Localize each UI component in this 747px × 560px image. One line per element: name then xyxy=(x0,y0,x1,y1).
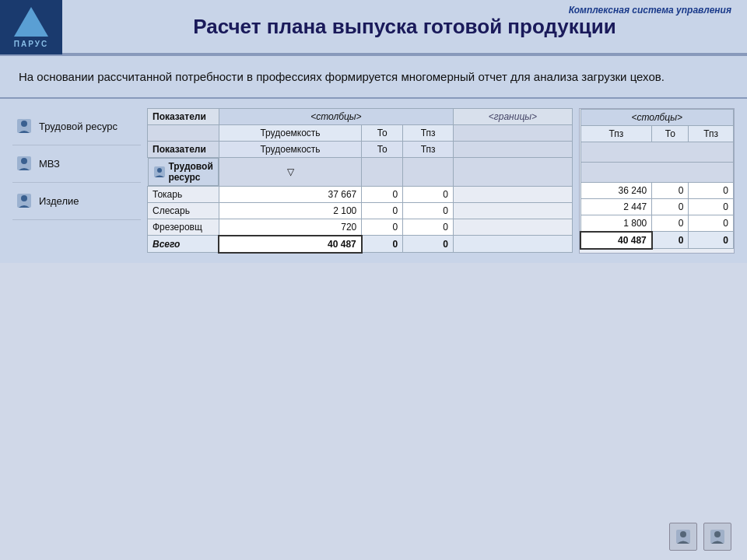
right-row-2: 1 800 0 0 xyxy=(580,215,734,232)
empty-right-sub xyxy=(453,141,572,157)
resource-icon-1 xyxy=(16,117,33,135)
pokazateli-header: Показатели xyxy=(148,108,219,124)
row-val-tokar-tr: 37 667 xyxy=(219,186,361,202)
right-val-1-tpz: 2 447 xyxy=(580,198,652,215)
resource-empty xyxy=(453,157,572,186)
right-val-2-to: 0 xyxy=(652,215,689,232)
left-item-label-1: Трудовой ресурс xyxy=(39,121,117,132)
resource-icon-cell xyxy=(153,166,166,178)
left-item-label-2: МВЗ xyxy=(39,158,60,170)
row-empty-frezer xyxy=(453,219,572,236)
pivot-resource-row: Трудовой ресурс ▽ xyxy=(148,157,573,186)
svg-point-3 xyxy=(21,158,27,164)
description-area: На основании рассчитанной потребности в … xyxy=(0,56,747,99)
description-text: На основании рассчитанной потребности в … xyxy=(19,68,728,86)
footer-area xyxy=(669,523,731,551)
svg-point-1 xyxy=(21,121,27,127)
col-tpz: Тпз xyxy=(403,124,454,141)
right-val-1-tpz2: 0 xyxy=(689,198,734,215)
logo-area: ПАРУС xyxy=(0,0,62,54)
right-total-to: 0 xyxy=(652,232,689,249)
right-val-2-tpz: 1 800 xyxy=(580,215,652,232)
total-val-tr: 40 487 xyxy=(219,236,361,253)
sub-pokazateli: Показатели xyxy=(148,141,219,157)
right-stolbtsy-header: <столбцы> xyxy=(580,109,734,125)
svg-point-11 xyxy=(714,531,721,537)
row-label-slesar: Слесарь xyxy=(148,202,219,219)
table-row-slesar: Слесарь 2 100 0 0 xyxy=(148,202,573,219)
right-col-tpz2-label: Тпз xyxy=(689,125,734,142)
row-empty-tokar xyxy=(453,186,572,202)
row-label-tokar: Токарь xyxy=(148,186,219,202)
resource-icon-3 xyxy=(16,192,33,209)
resource-cell: Трудовой ресурс xyxy=(148,158,219,186)
row-label-frezer: Фрезеровщ xyxy=(148,219,219,236)
pivot-sub-header-row: Показатели Трудоемкость То Тпз xyxy=(148,141,573,157)
sub-to: То xyxy=(362,141,403,157)
total-val-to: 0 xyxy=(362,236,403,253)
pivot-table: Показатели <столбцы> <границы> Трудоемко… xyxy=(147,108,573,254)
right-val-1-to: 0 xyxy=(652,198,689,215)
row-val-frezer-tr: 720 xyxy=(219,219,361,236)
row-val-slesar-to: 0 xyxy=(362,202,403,219)
table-row-total: Всего 40 487 0 0 xyxy=(148,236,573,253)
person-icon-1 xyxy=(675,528,692,545)
row-val-frezer-to: 0 xyxy=(362,219,403,236)
left-item-label-3: Изделие xyxy=(39,195,79,207)
stolbtsy-header: <столбцы> xyxy=(219,108,453,124)
right-top-header: <столбцы> xyxy=(580,109,734,125)
row-val-tokar-tpz: 0 xyxy=(403,186,454,202)
header: ПАРУС Комплексная система управления Рас… xyxy=(0,0,747,54)
left-panel: Трудовой ресурс МВЗ Изделие xyxy=(12,108,141,254)
total-label: Всего xyxy=(148,236,219,253)
sub-tpz: Тпз xyxy=(403,141,454,157)
row-val-frezer-tpz: 0 xyxy=(403,219,454,236)
right-total-tpz: 40 487 xyxy=(580,232,652,249)
row-val-slesar-tpz: 0 xyxy=(403,202,454,219)
right-val-0-tpz2: 0 xyxy=(689,182,734,198)
row-empty-slesar xyxy=(453,202,572,219)
svg-point-7 xyxy=(157,168,162,173)
left-item-trudovoy[interactable]: Трудовой ресурс xyxy=(12,108,141,145)
right-col-tpz-label: Тпз xyxy=(580,125,652,142)
footer-btn-1[interactable] xyxy=(669,523,697,551)
pivot-area: Показатели <столбцы> <границы> Трудоемко… xyxy=(147,108,573,254)
col-trudoemkost: Трудоемкость xyxy=(219,124,361,141)
footer-btn-2[interactable] xyxy=(703,523,731,551)
svg-point-5 xyxy=(21,195,27,201)
pivot-col-labels-row: Трудоемкость То Тпз xyxy=(148,124,573,141)
right-panel: <столбцы> Тпз То Тпз 36 240 0 0 2 447 xyxy=(579,108,735,254)
right-total-row: 40 487 0 0 xyxy=(580,232,734,249)
total-empty xyxy=(453,236,572,253)
left-item-mvz[interactable]: МВЗ xyxy=(12,145,141,183)
empty-cell-r xyxy=(453,124,572,141)
header-title: Расчет плана выпуска готовой продукции xyxy=(193,15,615,39)
col-to: То xyxy=(362,124,403,141)
empty-cell-1 xyxy=(148,124,219,141)
table-row-tokar: Токарь 37 667 0 0 xyxy=(148,186,573,202)
pivot-top-header-row: Показатели <столбцы> <границы> xyxy=(148,108,573,124)
right-spacer-2 xyxy=(580,162,734,182)
sub-trudoemkost: Трудоемкость xyxy=(219,141,361,157)
person-icon-2 xyxy=(709,528,726,545)
logo-text: ПАРУС xyxy=(14,40,48,48)
total-val-tpz: 0 xyxy=(403,236,454,253)
row-val-slesar-tr: 2 100 xyxy=(219,202,361,219)
main-content: Трудовой ресурс МВЗ Изделие xyxy=(0,99,747,263)
right-total-tpz2: 0 xyxy=(689,232,734,249)
right-spacer-1 xyxy=(580,142,734,162)
resource-icon-2 xyxy=(16,155,33,172)
right-sub-header: Тпз То Тпз xyxy=(580,125,734,142)
right-table: <столбцы> Тпз То Тпз 36 240 0 0 2 447 xyxy=(580,109,734,250)
right-row-0: 36 240 0 0 xyxy=(580,182,734,198)
right-val-0-to: 0 xyxy=(652,182,689,198)
resource-to xyxy=(362,157,403,186)
right-row-1: 2 447 0 0 xyxy=(580,198,734,215)
right-val-2-tpz2: 0 xyxy=(689,215,734,232)
table-row-frezer: Фрезеровщ 720 0 0 xyxy=(148,219,573,236)
header-subtitle: Комплексная система управления xyxy=(569,5,731,16)
row-val-tokar-to: 0 xyxy=(362,186,403,202)
left-item-izdelie[interactable]: Изделие xyxy=(12,183,141,220)
pages-header: <границы> xyxy=(453,108,572,124)
resource-trudoemkost: ▽ xyxy=(219,157,361,186)
